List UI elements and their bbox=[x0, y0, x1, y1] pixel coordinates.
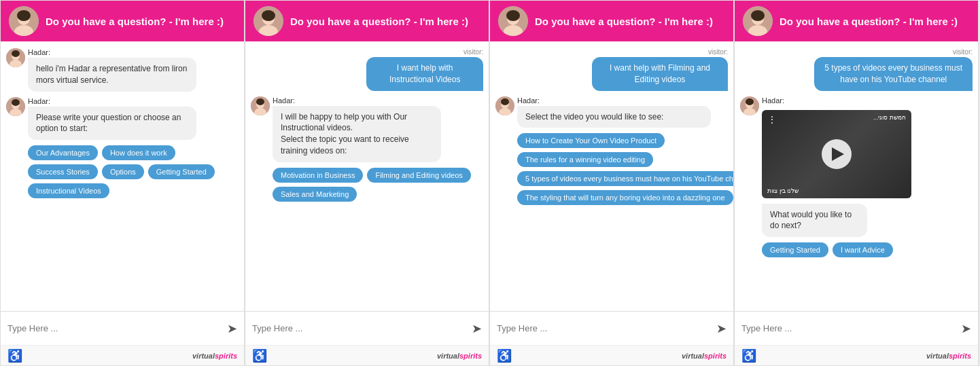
visitor-bubble-3-1: I want help with Filming and Editing vid… bbox=[592, 57, 728, 91]
agent-message-1-2: Hadar: Please write your question or cho… bbox=[6, 97, 239, 199]
header-avatar-4 bbox=[743, 6, 773, 36]
svg-point-15 bbox=[262, 10, 275, 21]
btn-5-types-videos[interactable]: 5 types of videos every business must ha… bbox=[517, 171, 733, 186]
agent-message-4-2: Hadar: ⋮ חמשת סוגי...‏ שלנו בין צוות bbox=[740, 96, 973, 198]
chat-header-1: Do you have a question? - I'm here :) bbox=[1, 1, 244, 41]
video-menu-dots: ⋮ bbox=[767, 114, 777, 125]
chat-input-4[interactable] bbox=[741, 323, 956, 333]
accessibility-icon-3: ♿ bbox=[497, 348, 512, 363]
svg-point-31 bbox=[751, 10, 765, 21]
header-avatar-1 bbox=[9, 6, 39, 36]
agent-bubble-3-2: Select the video you would like to see: bbox=[517, 106, 711, 128]
header-avatar-3 bbox=[498, 6, 528, 36]
agent-avatar-3-2 bbox=[495, 96, 514, 115]
chat-input-3[interactable] bbox=[497, 323, 711, 333]
svg-point-19 bbox=[256, 98, 264, 105]
chat-footer-3: ♿ virtualspirits bbox=[490, 345, 733, 365]
accessibility-icon-1: ♿ bbox=[7, 348, 22, 363]
chat-footer-2: ♿ virtualspirits bbox=[245, 345, 489, 365]
btn-styling-boring-video[interactable]: The styling that will turn any boring vi… bbox=[517, 190, 733, 205]
btn-motivation[interactable]: Motivation in Business bbox=[273, 168, 363, 183]
send-icon-4[interactable]: ➤ bbox=[961, 321, 971, 336]
header-text-3: Do you have a question? - I'm here :) bbox=[535, 16, 713, 27]
svg-point-35 bbox=[746, 98, 754, 105]
agent-avatar-1-2 bbox=[6, 97, 25, 116]
agent-name-2-2: Hadar: bbox=[273, 96, 483, 105]
agent-bubble-1-2: Please write your question or choose an … bbox=[28, 107, 196, 141]
btn-create-video-product[interactable]: How to Create Your Own Video Product bbox=[517, 133, 665, 148]
svg-point-3 bbox=[17, 10, 31, 21]
chat-body-3[interactable]: visitor: I want help with Filming and Ed… bbox=[490, 41, 733, 311]
agent-message-1-1: Hadar: hello i'm Hadar a representative … bbox=[6, 48, 239, 92]
visitor-bubble-2-1: I want help with Instructional Videos bbox=[366, 57, 483, 91]
visitor-msg-2-1: visitor: I want help with Instructional … bbox=[251, 48, 483, 91]
btn-sales-marketing[interactable]: Sales and Marketing bbox=[273, 187, 357, 202]
chat-input-1[interactable] bbox=[7, 323, 222, 333]
chat-input-area-1: ➤ bbox=[1, 311, 244, 345]
chat-input-area-2: ➤ bbox=[245, 311, 489, 345]
agent-name-1-1: Hadar: bbox=[28, 48, 239, 56]
agent-bubble-4-3: What would you like to do next? bbox=[762, 204, 867, 238]
send-icon-1[interactable]: ➤ bbox=[227, 321, 237, 336]
chat-input-2[interactable] bbox=[252, 323, 466, 333]
brand-text-2: virtualspirits bbox=[437, 352, 482, 360]
btn-how-does-it-work[interactable]: How does it work bbox=[102, 145, 175, 160]
video-overlay-text: חמשת סוגי...‏ bbox=[873, 114, 906, 128]
accessibility-icon-4: ♿ bbox=[741, 348, 756, 363]
buttons-row-4-3: Getting Started I want Advice bbox=[762, 242, 893, 257]
chat-widget-3: Do you have a question? - I'm here :) vi… bbox=[489, 0, 734, 366]
chat-widget-1: Do you have a question? - I'm here :) Ha… bbox=[0, 0, 245, 366]
visitor-label-3-1: visitor: bbox=[558, 48, 728, 56]
brand-text-3: virtualspirits bbox=[682, 352, 727, 360]
svg-point-27 bbox=[501, 98, 509, 105]
svg-point-23 bbox=[506, 10, 520, 21]
btn-winning-editing[interactable]: The rules for a winning video editing bbox=[517, 152, 653, 167]
chat-input-area-4: ➤ bbox=[735, 311, 978, 345]
chat-footer-4: ♿ virtualspirits bbox=[735, 345, 978, 365]
visitor-bubble-4-1: 5 types of videos every business must ha… bbox=[814, 57, 973, 91]
chat-footer-1: ♿ virtualspirits bbox=[1, 345, 244, 365]
agent-bubble-1-1: hello i'm Hadar a representative from li… bbox=[28, 58, 196, 92]
chat-body-2[interactable]: visitor: I want help with Instructional … bbox=[245, 41, 489, 311]
chat-body-1[interactable]: Hadar: hello i'm Hadar a representative … bbox=[1, 41, 244, 311]
video-play-button[interactable] bbox=[822, 139, 852, 169]
send-icon-3[interactable]: ➤ bbox=[716, 321, 727, 336]
agent-message-3-2: Hadar: Select the video you would like t… bbox=[495, 96, 728, 206]
header-avatar-2 bbox=[253, 6, 283, 36]
chat-header-4: Do you have a question? - I'm here :) bbox=[735, 1, 978, 41]
chat-widget-2: Do you have a question? - I'm here :) vi… bbox=[245, 0, 489, 366]
buttons-row-2-2: Motivation in Business Filming and Editi… bbox=[273, 168, 483, 202]
btn-our-advantages[interactable]: Our Advantages bbox=[28, 145, 98, 160]
agent-name-4-2: Hadar: bbox=[762, 96, 911, 105]
brand-text-4: virtualspirits bbox=[926, 352, 971, 360]
agent-name-1-2: Hadar: bbox=[28, 97, 239, 105]
btn-options[interactable]: Options bbox=[102, 164, 144, 179]
btn-instructional-videos[interactable]: Instructional Videos bbox=[28, 183, 109, 198]
agent-avatar-1-1 bbox=[6, 48, 25, 67]
buttons-row-1-2: Our Advantages How does it work Success … bbox=[28, 145, 239, 198]
accessibility-icon-2: ♿ bbox=[252, 348, 267, 363]
video-thumbnail[interactable]: ⋮ חמשת סוגי...‏ שלנו בין צוות bbox=[762, 110, 911, 198]
visitor-label-2-1: visitor: bbox=[337, 48, 483, 56]
visitor-label-4-1: visitor: bbox=[775, 48, 973, 56]
header-text-2: Do you have a question? - I'm here :) bbox=[290, 16, 468, 27]
btn-getting-started[interactable]: Getting Started bbox=[148, 164, 215, 179]
btn-getting-started-4[interactable]: Getting Started bbox=[762, 242, 828, 257]
header-text-1: Do you have a question? - I'm here :) bbox=[46, 16, 224, 27]
send-icon-2[interactable]: ➤ bbox=[472, 321, 482, 336]
btn-want-advice[interactable]: I want Advice bbox=[833, 242, 893, 257]
agent-message-2-2: Hadar: I will be happy to help you with … bbox=[251, 96, 483, 202]
agent-avatar-2-2 bbox=[251, 96, 270, 115]
svg-point-7 bbox=[12, 50, 20, 57]
btn-success-stories[interactable]: Success Stories bbox=[28, 164, 98, 179]
btn-filming[interactable]: Filming and Editing videos bbox=[367, 168, 470, 183]
chat-body-4[interactable]: visitor: 5 types of videos every busines… bbox=[735, 41, 978, 311]
brand-text-1: virtualspirits bbox=[192, 352, 237, 360]
agent-bubble-2-2: I will be happy to help you with Our Ins… bbox=[273, 106, 441, 162]
agent-message-4-3: What would you like to do next? Getting … bbox=[740, 204, 973, 258]
header-text-4: Do you have a question? - I'm here :) bbox=[780, 16, 958, 27]
visitor-msg-4-1: visitor: 5 types of videos every busines… bbox=[740, 48, 973, 91]
chat-widget-4: Do you have a question? - I'm here :) vi… bbox=[734, 0, 979, 366]
agent-name-3-2: Hadar: bbox=[517, 96, 733, 105]
svg-point-11 bbox=[12, 99, 20, 106]
